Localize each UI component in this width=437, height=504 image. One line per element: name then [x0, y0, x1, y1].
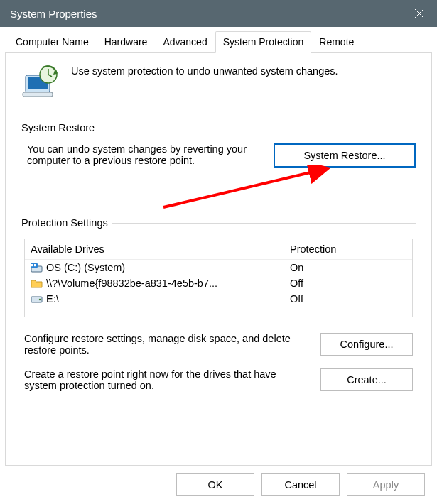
drive-icon: [31, 293, 43, 305]
window-title: System Properties: [10, 8, 97, 20]
table-header: Available Drives Protection: [25, 239, 412, 259]
create-button[interactable]: Create...: [320, 368, 413, 391]
drive-name: \\?\Volume{f98832be-a831-4e5b-b7...: [46, 278, 217, 289]
svg-line-6: [163, 169, 325, 207]
cancel-button[interactable]: Cancel: [261, 473, 340, 496]
intro-text: Use system protection to undo unwanted s…: [71, 64, 338, 77]
system-restore-description: You can undo system changes by reverting…: [27, 143, 259, 166]
drive-protection: Off: [284, 291, 412, 307]
system-restore-group-title: System Restore: [21, 122, 95, 133]
create-description: Create a restore point right now for the…: [24, 368, 308, 391]
svg-rect-11: [34, 264, 36, 265]
drive-protection: On: [284, 260, 412, 275]
system-protection-icon: [21, 64, 60, 102]
svg-rect-12: [34, 265, 36, 266]
system-restore-button[interactable]: System Restore...: [274, 143, 416, 168]
close-button[interactable]: [401, 0, 437, 27]
annotation-arrow-icon: [156, 165, 341, 214]
dialog-footer: OK Cancel Apply: [5, 466, 432, 504]
drive-protection: Off: [284, 275, 412, 291]
tab-advanced[interactable]: Advanced: [155, 31, 215, 52]
tab-remote[interactable]: Remote: [311, 31, 362, 52]
column-header-protection[interactable]: Protection: [284, 239, 412, 259]
table-row[interactable]: \\?\Volume{f98832be-a831-4e5b-b7... Off: [25, 275, 412, 291]
svg-point-14: [39, 299, 41, 300]
titlebar: System Properties: [0, 0, 437, 27]
drives-table: Available Drives Protection OS (C:) (Sys…: [24, 239, 413, 317]
configure-button[interactable]: Configure...: [320, 333, 413, 356]
close-icon: [414, 9, 424, 18]
table-row[interactable]: OS (C:) (System) On: [25, 260, 412, 275]
configure-description: Configure restore settings, manage disk …: [24, 333, 308, 356]
tab-content: Use system protection to undo unwanted s…: [5, 53, 432, 466]
column-header-drives[interactable]: Available Drives: [25, 239, 284, 259]
ok-button[interactable]: OK: [176, 473, 254, 496]
protection-settings-group-title: Protection Settings: [21, 217, 108, 229]
tab-hardware[interactable]: Hardware: [97, 31, 156, 52]
drive-name: OS (C:) (System): [46, 262, 125, 273]
tab-system-protection[interactable]: System Protection: [215, 31, 312, 53]
table-row[interactable]: E:\ Off: [25, 291, 412, 307]
tab-strip: Computer Name Hardware Advanced System P…: [5, 31, 432, 53]
divider: [99, 128, 416, 128]
apply-button[interactable]: Apply: [347, 473, 425, 496]
folder-icon: [31, 278, 43, 289]
drive-name: E:\: [46, 293, 59, 305]
divider: [112, 223, 416, 224]
os-drive-icon: [31, 262, 43, 273]
tab-computer-name[interactable]: Computer Name: [8, 31, 97, 52]
svg-rect-10: [31, 265, 33, 266]
svg-rect-4: [23, 92, 53, 97]
svg-rect-9: [31, 264, 33, 265]
